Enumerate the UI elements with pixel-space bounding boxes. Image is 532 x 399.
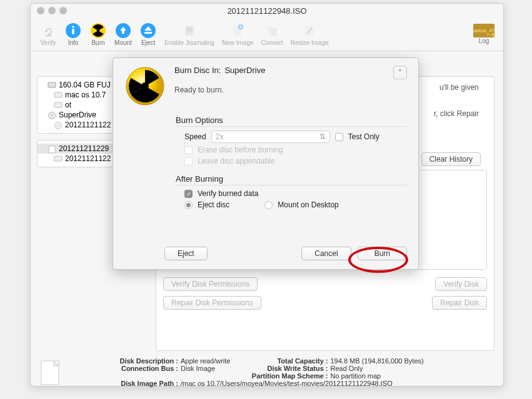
volume-icon [54, 91, 63, 99]
eject-icon [139, 22, 157, 39]
close-icon[interactable] [37, 7, 44, 14]
zoom-icon[interactable] [59, 7, 67, 14]
toolbar-label: Verify [40, 39, 56, 46]
resize-icon [301, 22, 318, 39]
speed-select[interactable]: 2x ⇅ [211, 131, 330, 143]
speed-label: Speed [184, 132, 206, 141]
verify-disk-permissions-button[interactable]: Verify Disk Permissions [163, 277, 258, 291]
mount-desktop-radio[interactable] [264, 201, 273, 209]
disk-image-icon [48, 145, 56, 152]
eject-disc-label: Eject disc [198, 200, 229, 209]
svg-rect-15 [271, 28, 277, 36]
burn-status: Ready to burn. [174, 86, 407, 94]
svg-rect-25 [54, 156, 62, 161]
optical-icon [48, 111, 56, 119]
toolbar-enable-journaling[interactable]: Enable Journaling [164, 22, 214, 46]
sidebar-label: 160.04 GB FUJ [59, 81, 111, 89]
svg-point-5 [97, 29, 100, 32]
label: Disk Description : [74, 357, 181, 365]
toolbar-convert[interactable]: Convert [261, 22, 283, 46]
clear-history-button[interactable]: Clear History [421, 152, 481, 166]
volume-icon [54, 101, 63, 109]
radiation-icon [89, 22, 107, 39]
appendable-checkbox [184, 157, 193, 165]
verify-checkbox[interactable]: ✓ [184, 190, 193, 198]
svg-rect-3 [72, 29, 74, 34]
toolbar-label: Mount [114, 39, 132, 46]
svg-rect-18 [54, 92, 62, 97]
verify-disk-button[interactable]: Verify Disk [435, 277, 487, 291]
titlebar: 20121121122948.ISO [31, 4, 503, 17]
microscope-icon [39, 22, 57, 39]
sidebar-label: 20121121122 [65, 154, 111, 163]
convert-icon [263, 22, 281, 39]
chevron-up-icon: ˄ [398, 69, 402, 77]
section-title: Burn Options [176, 116, 407, 125]
label: Disk Image Path : [74, 380, 181, 387]
new-file-icon [229, 22, 246, 39]
minimize-icon[interactable] [48, 7, 56, 14]
appendable-label: Leave disc appendable [198, 157, 274, 165]
svg-point-28 [141, 82, 149, 90]
erase-checkbox [184, 146, 193, 154]
radiation-icon [124, 66, 166, 107]
eject-disc-radio[interactable] [184, 201, 193, 209]
toolbar-label: Info [68, 39, 79, 46]
toolbar-label: Convert [261, 39, 283, 46]
toolbar-label: Log [479, 37, 489, 44]
sidebar-label: mac os 10.7 [65, 91, 106, 99]
test-only-checkbox[interactable] [335, 133, 343, 141]
repair-disk-button[interactable]: Repair Disk [432, 296, 487, 310]
toolbar-eject[interactable]: Eject [139, 22, 157, 46]
toolbar-label: New Image [222, 39, 254, 46]
window-title: 20121121122948.ISO [31, 6, 503, 16]
journal-icon [181, 22, 198, 39]
toolbar-label: Enable Journaling [164, 39, 214, 46]
toolbar-verify[interactable]: Verify [39, 22, 57, 46]
erase-label: Erase disc before burning [198, 145, 283, 154]
sidebar-label: SuperDrive [59, 111, 96, 119]
section-title: After Burning [176, 174, 407, 184]
arrow-up-circle-icon [114, 22, 132, 39]
burn-button[interactable]: Burn [358, 247, 407, 260]
svg-rect-11 [187, 30, 192, 31]
label: Disk Write Status : [249, 365, 331, 372]
sidebar-label: 201211211229 [59, 144, 109, 153]
value: 194.8 MB (194,816,000 Bytes) [331, 357, 424, 365]
svg-point-23 [58, 125, 59, 127]
value: Apple read/write [181, 357, 231, 365]
info-icon [64, 22, 82, 39]
label: Total Capacity : [249, 357, 331, 365]
toolbar-burn[interactable]: Burn [89, 22, 107, 46]
disclosure-toggle[interactable]: ˄ [393, 66, 407, 79]
hdd-icon [48, 81, 56, 89]
svg-rect-10 [187, 28, 192, 29]
speed-value: 2x [216, 132, 224, 141]
disk-image-file-icon [37, 357, 64, 388]
toolbar-new-image[interactable]: New Image [222, 22, 254, 46]
sidebar-label: ot [65, 101, 71, 109]
toolbar: Verify Info Burn Mount Eject [31, 17, 503, 51]
svg-point-0 [46, 31, 48, 32]
toolbar-label: Eject [141, 39, 155, 46]
svg-rect-17 [48, 82, 56, 87]
toolbar-log[interactable]: WARNIIAY 7:86 Log [473, 24, 494, 44]
repair-disk-permissions-button[interactable]: Repair Disk Permissions [163, 296, 261, 310]
after-burning-section: After Burning ✓ Verify burned data Eject… [176, 174, 407, 209]
svg-point-2 [72, 26, 74, 28]
value: Disk Image [181, 365, 215, 372]
value: /mac os 10.7/Users/moyea/Movies/test-mov… [181, 380, 393, 387]
burn-title-value: SuperDrive [224, 66, 265, 79]
burn-options-section: Burn Options Speed 2x ⇅ Test Only Erase … [176, 116, 407, 165]
warning-badge-icon: WARNIIAY 7:86 [473, 24, 494, 37]
label: Connection Bus : [74, 365, 181, 372]
toolbar-label: Resize Image [291, 39, 329, 46]
cancel-button[interactable]: Cancel [301, 247, 351, 260]
value: No partition map [331, 372, 381, 380]
mount-desktop-label: Mount on Desktop [278, 200, 338, 209]
eject-button[interactable]: Eject [164, 247, 208, 260]
toolbar-mount[interactable]: Mount [114, 22, 132, 46]
toolbar-resize-image[interactable]: Resize Image [291, 22, 329, 46]
toolbar-info[interactable]: Info [64, 22, 82, 46]
volume-icon [54, 155, 63, 162]
